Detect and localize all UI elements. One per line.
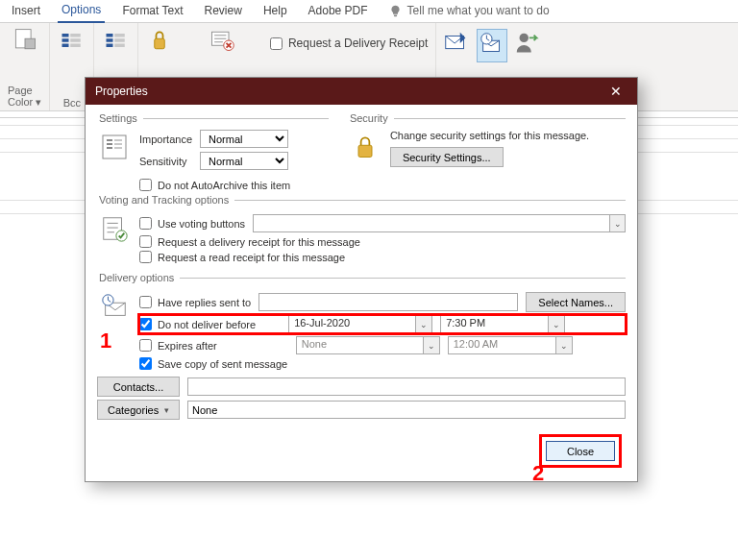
- permission-icon[interactable]: [146, 27, 173, 54]
- req-read-row[interactable]: Request a read receipt for this message: [139, 251, 626, 263]
- req-read-label: Request a read receipt for this message: [158, 252, 345, 263]
- chevron-down-icon[interactable]: ⌄: [423, 337, 439, 353]
- autoarchive-row[interactable]: Do not AutoArchive this item: [139, 179, 626, 191]
- tab-adobe-pdf[interactable]: Adobe PDF: [305, 0, 372, 22]
- svg-rect-10: [106, 44, 112, 48]
- no-deliver-time-picker[interactable]: 7:30 PM ⌄: [440, 315, 565, 333]
- no-deliver-row: Do not deliver before 16-Jul-2020 ⌄ 7:30…: [139, 315, 626, 333]
- security-settings-button[interactable]: Security Settings...: [390, 147, 504, 167]
- use-voting-checkbox[interactable]: [139, 217, 152, 230]
- svg-rect-26: [114, 143, 122, 145]
- svg-rect-25: [114, 139, 122, 141]
- expires-date-picker[interactable]: None ⌄: [296, 336, 440, 354]
- categories-input[interactable]: [187, 401, 626, 419]
- delay-delivery-icon[interactable]: [477, 29, 507, 62]
- no-deliver-date-picker[interactable]: 16-Jul-2020 ⌄: [288, 315, 432, 333]
- no-deliver-time-value: 7:30 PM: [441, 316, 548, 332]
- have-replies-label: Have replies sent to: [158, 297, 251, 308]
- autoarchive-checkbox[interactable]: [139, 179, 152, 191]
- have-replies-checkbox[interactable]: [139, 296, 152, 308]
- svg-rect-6: [70, 38, 81, 42]
- importance-label: Importance: [139, 134, 192, 145]
- settings-icon: [97, 130, 132, 164]
- svg-rect-23: [107, 143, 112, 145]
- security-lock-icon: [348, 130, 382, 164]
- save-copy-label: Save copy of sent message: [158, 358, 287, 370]
- tab-format-text[interactable]: Format Text: [118, 0, 186, 22]
- expires-date-value: None: [297, 337, 423, 353]
- request-delivery-receipt[interactable]: Request a Delivery Receipt: [270, 27, 428, 50]
- tab-review[interactable]: Review: [201, 0, 246, 22]
- properties-dialog: Properties ✕ Settings Importance Normal …: [85, 77, 638, 482]
- req-read-checkbox[interactable]: [139, 251, 152, 263]
- page-color-icon: [12, 27, 38, 54]
- request-delivery-receipt-checkbox[interactable]: [270, 37, 283, 50]
- svg-rect-11: [114, 34, 125, 37]
- importance-select[interactable]: Normal: [200, 130, 288, 148]
- close-icon[interactable]: ✕: [601, 84, 631, 99]
- expires-checkbox[interactable]: [139, 339, 152, 352]
- svg-rect-13: [114, 44, 125, 48]
- sensitivity-select[interactable]: Normal: [200, 152, 288, 170]
- use-voting-row[interactable]: Use voting buttons: [139, 217, 245, 230]
- req-delivery-row[interactable]: Request a delivery receipt for this mess…: [139, 235, 626, 248]
- svg-rect-28: [358, 145, 372, 157]
- select-names-button[interactable]: Select Names...: [526, 292, 626, 312]
- svg-rect-4: [62, 44, 68, 48]
- svg-rect-7: [70, 44, 81, 48]
- voting-options-dropdown[interactable]: ⌄: [609, 214, 626, 232]
- svg-rect-2: [62, 34, 68, 37]
- delivery-icon: [97, 289, 132, 324]
- chevron-down-icon[interactable]: ⌄: [555, 337, 572, 353]
- delivery-legend: Delivery options: [97, 272, 180, 283]
- contacts-input[interactable]: [187, 377, 626, 396]
- tracking-icon[interactable]: [209, 27, 235, 54]
- chevron-down-icon[interactable]: ⌄: [548, 316, 564, 332]
- req-delivery-label: Request a delivery receipt for this mess…: [158, 236, 360, 248]
- ribbon-tab-row: Insert Options Format Text Review Help A…: [0, 0, 738, 23]
- security-text: Change security settings for this messag…: [390, 130, 626, 141]
- close-highlight: Close: [539, 434, 622, 468]
- direct-replies-icon[interactable]: [513, 29, 542, 61]
- svg-point-20: [520, 34, 529, 42]
- categories-button[interactable]: Categories: [97, 400, 180, 420]
- page-color-label: PageColor ▾: [8, 85, 41, 109]
- security-legend: Security: [348, 112, 394, 124]
- save-copy-checkbox[interactable]: [139, 357, 152, 370]
- svg-rect-24: [107, 147, 112, 149]
- tab-insert[interactable]: Insert: [8, 0, 44, 22]
- svg-rect-9: [106, 38, 112, 42]
- tab-help[interactable]: Help: [259, 0, 291, 22]
- tell-me-label: Tell me what you want to do: [407, 4, 550, 17]
- svg-rect-22: [107, 139, 112, 141]
- svg-rect-12: [114, 38, 125, 42]
- close-button[interactable]: Close: [546, 441, 615, 461]
- have-replies-row[interactable]: Have replies sent to: [139, 296, 251, 308]
- voting-legend: Voting and Tracking options: [97, 194, 234, 206]
- svg-rect-3: [62, 38, 68, 42]
- dialog-title: Properties: [95, 85, 148, 98]
- voting-options-input[interactable]: [253, 214, 609, 232]
- chevron-down-icon[interactable]: ⌄: [415, 316, 431, 332]
- expires-label: Expires after: [158, 340, 217, 352]
- req-delivery-checkbox[interactable]: [139, 235, 152, 248]
- lightbulb-icon: [389, 5, 402, 17]
- tell-me-search[interactable]: Tell me what you want to do: [385, 0, 554, 22]
- save-sent-icon[interactable]: [442, 29, 471, 61]
- expires-row[interactable]: Expires after: [139, 339, 217, 352]
- expires-time-picker[interactable]: 12:00 AM ⌄: [448, 336, 573, 354]
- save-copy-row[interactable]: Save copy of sent message: [139, 357, 626, 370]
- sensitivity-label: Sensitivity: [139, 156, 192, 167]
- contacts-button[interactable]: Contacts...: [97, 377, 180, 397]
- no-deliver-label: Do not deliver before: [158, 319, 256, 330]
- request-delivery-receipt-label: Request a Delivery Receipt: [288, 37, 428, 50]
- no-deliver-cb-wrap[interactable]: Do not deliver before: [139, 318, 256, 330]
- no-deliver-date-value: 16-Jul-2020: [289, 316, 415, 332]
- tab-options[interactable]: Options: [58, 0, 105, 23]
- no-deliver-checkbox[interactable]: [139, 318, 152, 330]
- annotation-2: 2: [532, 461, 544, 486]
- page-color-button[interactable]: PageColor ▾: [0, 23, 50, 110]
- have-replies-input[interactable]: [258, 293, 518, 311]
- bcc-icon: [59, 27, 86, 54]
- autoarchive-label: Do not AutoArchive this item: [158, 180, 290, 191]
